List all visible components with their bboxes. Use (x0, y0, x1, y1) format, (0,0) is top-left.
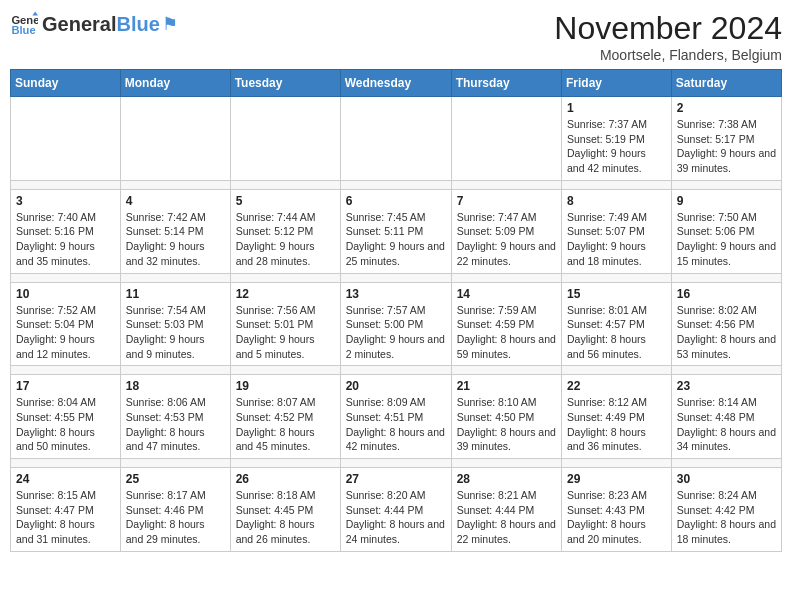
main-title: November 2024 (554, 10, 782, 47)
day-number: 7 (457, 194, 556, 208)
day-cell: 11Sunrise: 7:54 AMSunset: 5:03 PMDayligh… (120, 282, 230, 366)
day-number: 12 (236, 287, 335, 301)
day-info: Sunrise: 8:07 AMSunset: 4:52 PMDaylight:… (236, 395, 335, 454)
day-cell: 17Sunrise: 8:04 AMSunset: 4:55 PMDayligh… (11, 375, 121, 459)
day-cell (230, 97, 340, 181)
day-info: Sunrise: 7:50 AMSunset: 5:06 PMDaylight:… (677, 210, 776, 269)
header-row: SundayMondayTuesdayWednesdayThursdayFrid… (11, 70, 782, 97)
logo: General Blue General Blue ⚑ (10, 10, 178, 38)
day-info: Sunrise: 8:17 AMSunset: 4:46 PMDaylight:… (126, 488, 225, 547)
day-number: 30 (677, 472, 776, 486)
day-number: 26 (236, 472, 335, 486)
day-info: Sunrise: 8:12 AMSunset: 4:49 PMDaylight:… (567, 395, 666, 454)
day-info: Sunrise: 8:09 AMSunset: 4:51 PMDaylight:… (346, 395, 446, 454)
day-info: Sunrise: 7:42 AMSunset: 5:14 PMDaylight:… (126, 210, 225, 269)
day-info: Sunrise: 8:20 AMSunset: 4:44 PMDaylight:… (346, 488, 446, 547)
day-cell: 16Sunrise: 8:02 AMSunset: 4:56 PMDayligh… (671, 282, 781, 366)
day-info: Sunrise: 7:56 AMSunset: 5:01 PMDaylight:… (236, 303, 335, 362)
day-cell: 27Sunrise: 8:20 AMSunset: 4:44 PMDayligh… (340, 468, 451, 552)
day-info: Sunrise: 7:52 AMSunset: 5:04 PMDaylight:… (16, 303, 115, 362)
day-number: 25 (126, 472, 225, 486)
day-number: 24 (16, 472, 115, 486)
day-cell: 10Sunrise: 7:52 AMSunset: 5:04 PMDayligh… (11, 282, 121, 366)
day-cell: 1Sunrise: 7:37 AMSunset: 5:19 PMDaylight… (562, 97, 672, 181)
day-cell: 12Sunrise: 7:56 AMSunset: 5:01 PMDayligh… (230, 282, 340, 366)
day-number: 5 (236, 194, 335, 208)
header-tuesday: Tuesday (230, 70, 340, 97)
day-cell: 15Sunrise: 8:01 AMSunset: 4:57 PMDayligh… (562, 282, 672, 366)
svg-text:Blue: Blue (11, 24, 35, 36)
day-cell: 25Sunrise: 8:17 AMSunset: 4:46 PMDayligh… (120, 468, 230, 552)
logo-flag-icon: ⚑ (162, 13, 178, 36)
day-number: 14 (457, 287, 556, 301)
header-saturday: Saturday (671, 70, 781, 97)
day-info: Sunrise: 7:54 AMSunset: 5:03 PMDaylight:… (126, 303, 225, 362)
day-number: 20 (346, 379, 446, 393)
day-info: Sunrise: 7:40 AMSunset: 5:16 PMDaylight:… (16, 210, 115, 269)
day-info: Sunrise: 8:24 AMSunset: 4:42 PMDaylight:… (677, 488, 776, 547)
day-info: Sunrise: 7:47 AMSunset: 5:09 PMDaylight:… (457, 210, 556, 269)
header-monday: Monday (120, 70, 230, 97)
day-info: Sunrise: 8:14 AMSunset: 4:48 PMDaylight:… (677, 395, 776, 454)
day-number: 6 (346, 194, 446, 208)
day-info: Sunrise: 7:38 AMSunset: 5:17 PMDaylight:… (677, 117, 776, 176)
day-cell (11, 97, 121, 181)
day-cell: 26Sunrise: 8:18 AMSunset: 4:45 PMDayligh… (230, 468, 340, 552)
week-separator (11, 366, 782, 375)
calendar-body: 1Sunrise: 7:37 AMSunset: 5:19 PMDaylight… (11, 97, 782, 552)
day-info: Sunrise: 8:21 AMSunset: 4:44 PMDaylight:… (457, 488, 556, 547)
day-info: Sunrise: 7:59 AMSunset: 4:59 PMDaylight:… (457, 303, 556, 362)
logo-text-general: General (42, 13, 116, 36)
week-row-2: 3Sunrise: 7:40 AMSunset: 5:16 PMDaylight… (11, 189, 782, 273)
day-info: Sunrise: 8:01 AMSunset: 4:57 PMDaylight:… (567, 303, 666, 362)
day-cell: 20Sunrise: 8:09 AMSunset: 4:51 PMDayligh… (340, 375, 451, 459)
day-cell: 3Sunrise: 7:40 AMSunset: 5:16 PMDaylight… (11, 189, 121, 273)
day-cell: 5Sunrise: 7:44 AMSunset: 5:12 PMDaylight… (230, 189, 340, 273)
day-cell: 6Sunrise: 7:45 AMSunset: 5:11 PMDaylight… (340, 189, 451, 273)
header-sunday: Sunday (11, 70, 121, 97)
day-cell: 29Sunrise: 8:23 AMSunset: 4:43 PMDayligh… (562, 468, 672, 552)
calendar-table: SundayMondayTuesdayWednesdayThursdayFrid… (10, 69, 782, 552)
day-info: Sunrise: 8:04 AMSunset: 4:55 PMDaylight:… (16, 395, 115, 454)
day-number: 29 (567, 472, 666, 486)
day-cell: 30Sunrise: 8:24 AMSunset: 4:42 PMDayligh… (671, 468, 781, 552)
week-row-4: 17Sunrise: 8:04 AMSunset: 4:55 PMDayligh… (11, 375, 782, 459)
day-info: Sunrise: 7:49 AMSunset: 5:07 PMDaylight:… (567, 210, 666, 269)
day-cell: 7Sunrise: 7:47 AMSunset: 5:09 PMDaylight… (451, 189, 561, 273)
day-number: 8 (567, 194, 666, 208)
day-number: 19 (236, 379, 335, 393)
day-info: Sunrise: 7:57 AMSunset: 5:00 PMDaylight:… (346, 303, 446, 362)
day-number: 23 (677, 379, 776, 393)
day-cell: 9Sunrise: 7:50 AMSunset: 5:06 PMDaylight… (671, 189, 781, 273)
week-separator (11, 180, 782, 189)
header-friday: Friday (562, 70, 672, 97)
day-number: 28 (457, 472, 556, 486)
day-cell: 2Sunrise: 7:38 AMSunset: 5:17 PMDaylight… (671, 97, 781, 181)
day-number: 9 (677, 194, 776, 208)
day-info: Sunrise: 8:23 AMSunset: 4:43 PMDaylight:… (567, 488, 666, 547)
day-number: 2 (677, 101, 776, 115)
day-number: 16 (677, 287, 776, 301)
page-header: General Blue General Blue ⚑ November 202… (10, 10, 782, 63)
day-number: 3 (16, 194, 115, 208)
header-thursday: Thursday (451, 70, 561, 97)
day-info: Sunrise: 8:18 AMSunset: 4:45 PMDaylight:… (236, 488, 335, 547)
day-number: 17 (16, 379, 115, 393)
day-cell: 21Sunrise: 8:10 AMSunset: 4:50 PMDayligh… (451, 375, 561, 459)
week-separator (11, 459, 782, 468)
header-wednesday: Wednesday (340, 70, 451, 97)
week-separator (11, 273, 782, 282)
day-number: 15 (567, 287, 666, 301)
day-cell: 28Sunrise: 8:21 AMSunset: 4:44 PMDayligh… (451, 468, 561, 552)
calendar-header: SundayMondayTuesdayWednesdayThursdayFrid… (11, 70, 782, 97)
day-cell: 24Sunrise: 8:15 AMSunset: 4:47 PMDayligh… (11, 468, 121, 552)
day-info: Sunrise: 8:02 AMSunset: 4:56 PMDaylight:… (677, 303, 776, 362)
day-number: 18 (126, 379, 225, 393)
logo-text-blue: Blue (116, 13, 159, 36)
day-number: 11 (126, 287, 225, 301)
day-number: 13 (346, 287, 446, 301)
day-cell: 4Sunrise: 7:42 AMSunset: 5:14 PMDaylight… (120, 189, 230, 273)
week-row-5: 24Sunrise: 8:15 AMSunset: 4:47 PMDayligh… (11, 468, 782, 552)
day-number: 27 (346, 472, 446, 486)
day-info: Sunrise: 7:45 AMSunset: 5:11 PMDaylight:… (346, 210, 446, 269)
